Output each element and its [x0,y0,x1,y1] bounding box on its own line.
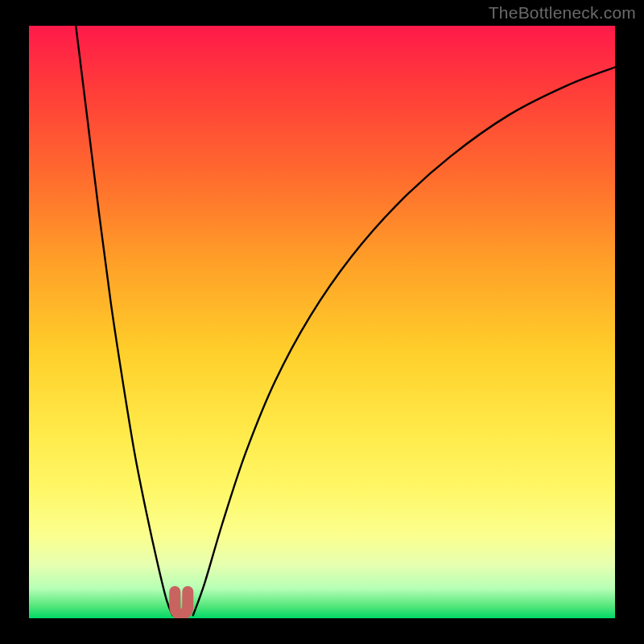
curve-left-branch [76,26,172,615]
chart-plot-area [29,26,615,618]
watermark-text: TheBottleneck.com [489,3,636,23]
chart-curves-svg [29,26,615,618]
curve-right-branch [193,68,615,616]
u-marker-icon [175,592,188,614]
chart-frame: TheBottleneck.com [0,0,644,644]
